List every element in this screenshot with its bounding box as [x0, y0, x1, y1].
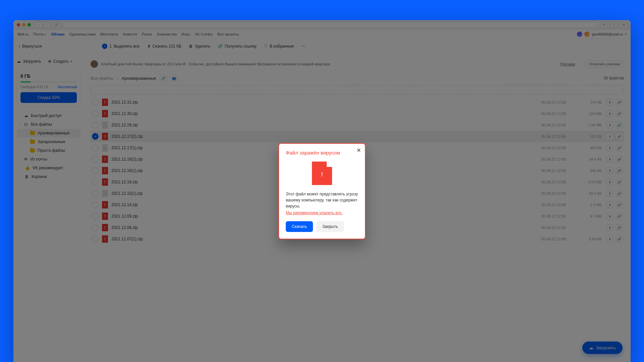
modal-recommend-link[interactable]: Мы рекомендуем удалить его. — [286, 210, 358, 215]
close-modal-button[interactable]: Закрыть — [316, 221, 344, 232]
infected-file-icon — [312, 162, 332, 185]
modal-text: Этот файл может представлять угрозу ваше… — [286, 191, 358, 209]
virus-warning-modal: ✕ Файл заражён вирусом Этот файл может п… — [278, 143, 366, 239]
modal-overlay[interactable]: ✕ Файл заражён вирусом Этот файл может п… — [13, 20, 631, 362]
close-button[interactable]: ✕ — [357, 147, 361, 154]
app-window: ‹ › ☰ ⟳ ⇪ ⧉ Mail.ruПочта●ОблакоОднокласс… — [13, 20, 631, 362]
download-anyway-button[interactable]: Скачать — [286, 221, 313, 232]
modal-title: Файл заражён вирусом — [286, 150, 358, 156]
